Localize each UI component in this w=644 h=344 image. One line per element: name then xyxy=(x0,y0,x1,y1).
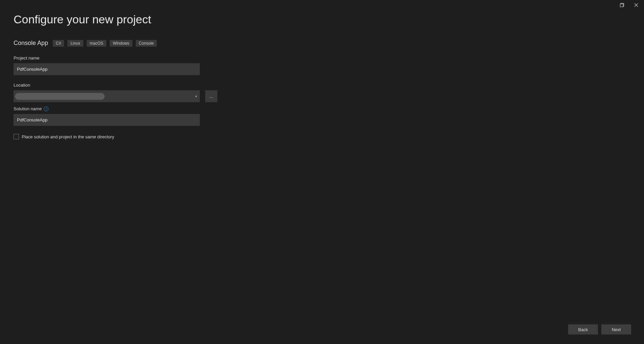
location-dropdown-toggle[interactable]: ▾ xyxy=(192,90,200,102)
svg-rect-1 xyxy=(620,4,623,7)
page-title: Configure your new project xyxy=(14,13,630,26)
maximize-button[interactable] xyxy=(619,2,625,8)
chevron-down-icon: ▾ xyxy=(195,95,197,98)
project-name-input[interactable] xyxy=(14,63,200,75)
location-label: Location xyxy=(14,83,630,88)
back-button[interactable]: Back xyxy=(568,324,598,335)
window-titlebar xyxy=(619,0,644,10)
same-directory-checkbox-row[interactable]: Place solution and project in the same d… xyxy=(14,134,630,139)
close-button[interactable] xyxy=(633,2,639,8)
template-name: Console App xyxy=(14,40,48,47)
template-tag: C# xyxy=(53,40,64,47)
same-directory-label: Place solution and project in the same d… xyxy=(22,134,114,139)
next-button[interactable]: Next xyxy=(601,324,631,335)
location-input[interactable] xyxy=(14,90,192,102)
close-icon xyxy=(634,3,638,7)
solution-name-label-text: Solution name xyxy=(14,106,42,111)
maximize-icon xyxy=(620,3,624,7)
location-combobox[interactable]: ▾ xyxy=(14,90,200,102)
template-tags: C# Linux macOS Windows Console xyxy=(53,40,157,47)
project-name-label: Project name xyxy=(14,55,630,61)
solution-name-input[interactable] xyxy=(14,114,200,126)
template-header: Console App C# Linux macOS Windows Conso… xyxy=(14,40,630,47)
footer-nav: Back Next xyxy=(568,324,631,335)
same-directory-checkbox[interactable] xyxy=(14,134,19,139)
template-tag: Console xyxy=(136,40,157,47)
template-tag: Windows xyxy=(110,40,132,47)
template-tag: macOS xyxy=(87,40,106,47)
solution-name-label: Solution name i xyxy=(14,106,630,111)
template-tag: Linux xyxy=(67,40,83,47)
info-icon[interactable]: i xyxy=(44,107,48,111)
browse-location-button[interactable]: ... xyxy=(205,90,217,102)
